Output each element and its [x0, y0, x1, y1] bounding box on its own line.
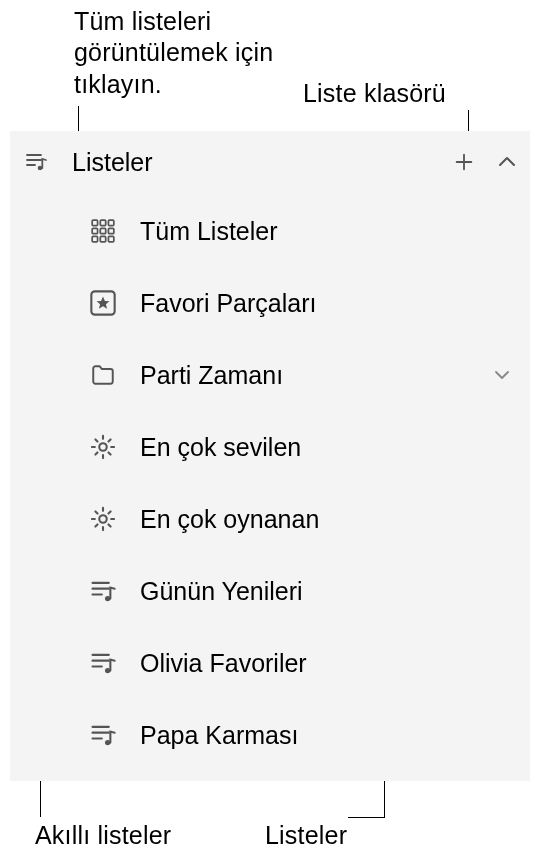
- svg-rect-9: [92, 228, 97, 233]
- sidebar-item-smart-most-loved[interactable]: En çok sevilen: [10, 411, 530, 483]
- callout-folder: Liste klasörü: [303, 78, 503, 109]
- svg-rect-7: [100, 220, 105, 225]
- sidebar-title: Listeler: [72, 148, 450, 177]
- sidebar-item-playlist[interactable]: Papa Karması: [10, 699, 530, 771]
- playlist-icon: [88, 720, 118, 750]
- folder-icon: [88, 360, 118, 390]
- svg-rect-11: [108, 228, 113, 233]
- callout-smart-lists: Akıllı listeler: [35, 820, 171, 851]
- collapse-icon[interactable]: [498, 156, 516, 168]
- svg-point-17: [99, 515, 106, 522]
- sidebar-item-smart-most-played[interactable]: En çok oynanan: [10, 483, 530, 555]
- sidebar-item-playlist[interactable]: Olivia Favoriler: [10, 627, 530, 699]
- svg-rect-8: [108, 220, 113, 225]
- playlist-icon: [24, 150, 48, 174]
- grid-icon: [88, 216, 118, 246]
- sidebar-item-all-lists[interactable]: Tüm Listeler: [10, 195, 530, 267]
- item-label: Favori Parçaları: [140, 289, 510, 318]
- svg-rect-12: [92, 236, 97, 241]
- callout-line: [348, 817, 385, 818]
- item-label: Tüm Listeler: [140, 217, 510, 246]
- svg-rect-6: [92, 220, 97, 225]
- playlist-icon: [88, 648, 118, 678]
- item-label: Günün Yenileri: [140, 577, 510, 606]
- svg-point-16: [99, 443, 106, 450]
- item-label: En çok oynanan: [140, 505, 510, 534]
- item-label: Papa Karması: [140, 721, 510, 750]
- item-label: Olivia Favoriler: [140, 649, 510, 678]
- sidebar-item-favorites[interactable]: Favori Parçaları: [10, 267, 530, 339]
- add-playlist-button[interactable]: [450, 148, 478, 176]
- sidebar-items: Tüm Listeler Favori Parçaları Parti Zama…: [10, 189, 530, 777]
- star-box-icon: [88, 288, 118, 318]
- svg-rect-10: [100, 228, 105, 233]
- callout-playlists: Listeler: [265, 820, 347, 851]
- svg-rect-14: [108, 236, 113, 241]
- svg-rect-13: [100, 236, 105, 241]
- gear-icon: [88, 432, 118, 462]
- sidebar-item-playlist[interactable]: Günün Yenileri: [10, 555, 530, 627]
- item-label: En çok sevilen: [140, 433, 510, 462]
- callout-all-lists: Tüm listeleri görüntülemek için tıklayın…: [74, 6, 274, 100]
- sidebar-item-folder[interactable]: Parti Zamanı: [10, 339, 530, 411]
- playlists-sidebar: Listeler: [10, 131, 530, 781]
- playlist-icon: [88, 576, 118, 606]
- item-label: Parti Zamanı: [140, 361, 494, 390]
- gear-icon: [88, 504, 118, 534]
- chevron-down-icon[interactable]: [494, 370, 510, 380]
- sidebar-header: Listeler: [10, 131, 530, 189]
